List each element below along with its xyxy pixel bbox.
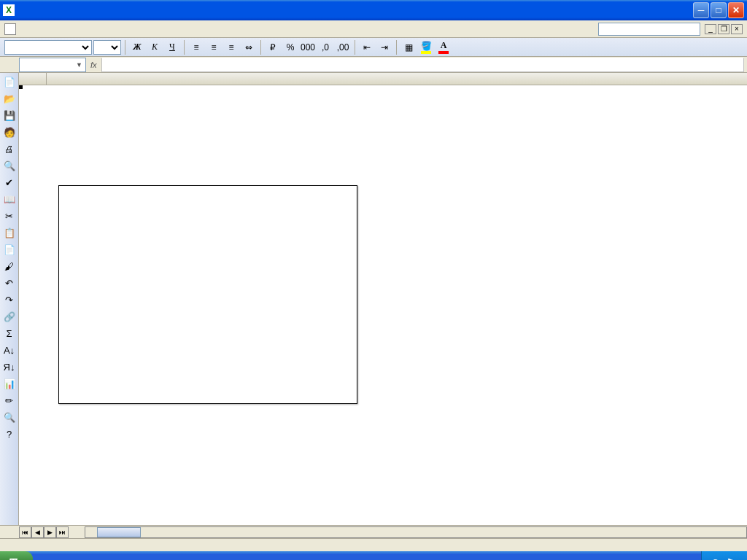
research-button[interactable]: 📖 [2,192,17,206]
print-preview-button[interactable]: 🔍 [2,158,17,173]
maximize-button[interactable]: □ [711,2,727,18]
pie-chart-svg [59,186,358,405]
close-button[interactable]: ✕ [728,2,744,18]
increase-decimal-button[interactable]: ,0 [317,39,333,55]
comma-style-button[interactable]: 000 [300,39,316,55]
align-center-button[interactable]: ≡ [206,39,222,55]
autosum-button[interactable]: Σ [2,326,17,341]
help-search-input[interactable] [598,23,700,36]
save-button[interactable]: 💾 [2,108,17,122]
sort-desc-button[interactable]: Я↓ [2,359,17,374]
italic-button[interactable]: К [147,39,163,55]
sort-asc-button[interactable]: A↓ [2,343,17,357]
align-left-button[interactable]: ≡ [188,39,204,55]
decrease-decimal-button[interactable]: ,00 [335,39,351,55]
mdi-restore-button[interactable]: ❐ [718,24,729,34]
borders-button[interactable]: ▦ [400,39,417,55]
increase-indent-button[interactable]: ⇥ [376,39,392,55]
windows-taskbar: ⊞ ◐ ⚑ [0,551,747,560]
spellcheck-button[interactable]: ✔ [2,175,17,190]
zoom-button[interactable]: 🔍 [2,410,17,424]
sheet-tab-bar: ⏮ ◀ ▶ ⏭ [0,525,747,538]
font-color-button[interactable]: А [436,39,452,55]
horizontal-scrollbar[interactable] [85,526,747,538]
percent-button[interactable]: % [282,39,298,55]
drawing-button[interactable]: ✏ [2,393,17,408]
fx-icon[interactable]: fx [90,61,97,69]
font-size-combo[interactable] [93,40,121,55]
name-box[interactable]: ▼ [19,58,86,72]
standard-toolbar: 📄 📂 💾 🧑 🖨 🔍 ✔ 📖 ✂ 📋 📄 🖌 ↶ ↷ 🔗 Σ A↓ Я↓ 📊 … [0,73,19,525]
spreadsheet-grid[interactable] [19,73,747,525]
merge-center-button[interactable]: ⇔ [241,39,257,55]
tray-icon-1[interactable]: ◐ [712,557,722,560]
currency-button[interactable]: ₽ [265,39,281,55]
redo-button[interactable]: ↷ [2,292,17,307]
new-button[interactable]: 📄 [2,74,17,89]
align-right-button[interactable]: ≡ [223,39,239,55]
decrease-indent-button[interactable]: ⇤ [359,39,375,55]
font-name-combo[interactable] [4,40,92,55]
hyperlink-button[interactable]: 🔗 [2,309,17,324]
chart-wizard-button[interactable]: 📊 [2,376,17,391]
mdi-minimize-button[interactable]: _ [705,24,716,34]
copy-button[interactable]: 📋 [2,225,17,240]
tab-nav-last[interactable]: ⏭ [56,526,69,538]
scrollbar-thumb[interactable] [97,527,141,537]
formula-bar: ▼ fx [0,57,747,73]
menu-bar: _ ❐ × [0,20,747,38]
paste-button[interactable]: 📄 [2,242,17,257]
underline-button[interactable]: Ч [164,39,180,55]
tray-icon-2[interactable]: ⚑ [727,557,737,560]
title-bar: X ─ □ ✕ [0,0,747,20]
formatting-toolbar: Ж К Ч ≡ ≡ ≡ ⇔ ₽ % 000 ,0 ,00 ⇤ ⇥ ▦ 🪣 А [0,38,747,57]
bold-button[interactable]: Ж [129,39,145,55]
open-button[interactable]: 📂 [2,91,17,106]
mdi-close-button[interactable]: × [731,24,743,34]
excel-icon: X [3,4,15,16]
print-button[interactable]: 🖨 [2,141,17,156]
tab-nav-prev[interactable]: ◀ [31,526,44,538]
active-cell-cursor [19,85,22,88]
minimize-button[interactable]: ─ [693,2,709,18]
formula-input[interactable] [101,58,744,72]
tab-nav-first[interactable]: ⏮ [19,526,31,538]
permission-button[interactable]: 🧑 [2,125,17,139]
undo-button[interactable]: ↶ [2,276,17,290]
tab-nav-next[interactable]: ▶ [44,526,56,538]
help-button[interactable]: ? [2,427,17,441]
embedded-pie-chart[interactable] [58,185,357,404]
cut-button[interactable]: ✂ [2,209,17,223]
start-button[interactable]: ⊞ [0,551,33,560]
select-all-corner[interactable] [19,73,47,85]
system-tray: ◐ ⚑ [701,551,747,560]
name-box-dropdown-icon[interactable]: ▼ [76,61,82,69]
format-painter-button[interactable]: 🖌 [2,259,17,273]
status-bar [0,538,747,551]
fill-color-button[interactable]: 🪣 [418,39,434,55]
windows-logo-icon: ⊞ [7,556,17,560]
column-headers [19,73,747,85]
doc-icon[interactable] [4,23,16,35]
grid-rows[interactable] [19,85,747,525]
help-search-box[interactable] [598,23,700,36]
